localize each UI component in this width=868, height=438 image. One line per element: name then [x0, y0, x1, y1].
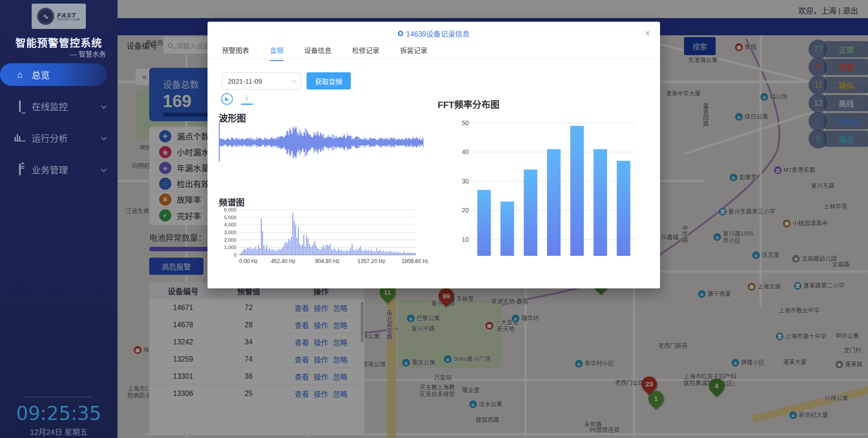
- sidebar-item-label: 业务管理: [32, 163, 68, 176]
- svg-text:1,000: 1,000: [224, 245, 236, 250]
- logo-waveform-icon: ∿: [37, 8, 54, 25]
- sidebar-item-analysis[interactable]: 运行分析: [0, 127, 118, 149]
- fetch-audio-button[interactable]: 获取音频: [307, 72, 351, 89]
- play-icon[interactable]: ▶: [221, 93, 233, 105]
- svg-text:5,000: 5,000: [224, 215, 236, 220]
- svg-text:20: 20: [462, 207, 469, 214]
- sidebar-item-overview[interactable]: ⌂ 总览: [0, 63, 107, 86]
- logo-sub-text: GROUPE CLAIRE: [57, 19, 80, 21]
- date-select[interactable]: 2021-11-09: [222, 72, 301, 89]
- bar-chart-icon: [14, 134, 25, 141]
- svg-text:0.00 Hz: 0.00 Hz: [239, 258, 258, 264]
- svg-text:30: 30: [462, 178, 469, 185]
- divider: [25, 397, 93, 397]
- company-logo: ∿ FAST GROUPE CLAIRE: [32, 4, 86, 29]
- chevron-down-icon: [101, 166, 107, 172]
- svg-text:0: 0: [234, 252, 236, 258]
- app-subtitle: — 智慧水务: [70, 49, 106, 58]
- svg-text:3,000: 3,000: [224, 230, 236, 235]
- svg-text:4,000: 4,000: [224, 222, 236, 227]
- download-icon[interactable]: ↓: [241, 92, 253, 105]
- svg-text:2,000: 2,000: [224, 237, 236, 243]
- home-icon: ⌂: [14, 70, 25, 80]
- sidebar-item-label: 总览: [32, 68, 50, 81]
- sidebar-item-label: 运行分析: [32, 132, 68, 145]
- fft-bar-chart: 01020304050336613226451210242048: [452, 98, 642, 256]
- clipboard-icon: [14, 165, 25, 175]
- svg-text:1809.60 Hz: 1809.60 Hz: [401, 258, 428, 264]
- record-circle-icon: [398, 31, 403, 36]
- sidebar-item-business[interactable]: 业务管理: [0, 158, 118, 181]
- svg-text:50: 50: [462, 119, 469, 127]
- monitor-icon: [14, 101, 25, 112]
- svg-text:40: 40: [462, 148, 469, 155]
- clock-date: 12月24日 星期五: [0, 426, 118, 437]
- chevron-down-icon: [292, 78, 297, 83]
- sidebar-menu: ⌂ 总览 在线监控 运行分析 业务管理: [0, 63, 118, 190]
- chevron-down-icon: [101, 103, 107, 109]
- chevron-down-icon: [101, 135, 107, 141]
- svg-text:6,000: 6,000: [224, 207, 236, 212]
- clock-time: 09:25:35: [0, 402, 118, 424]
- close-icon[interactable]: ×: [645, 28, 650, 38]
- device-record-modal: 14639设备记录信息 × 预警图表音频设备信息检修记录拆装记录 2021-11…: [208, 22, 660, 288]
- spectrum-title: 频谱图: [219, 196, 245, 208]
- sidebar: ∿ FAST GROUPE CLAIRE 智能预警管控系统 — 智慧水务 ⌂ 总…: [0, 0, 118, 438]
- waveform-chart: [219, 122, 427, 163]
- logo-main-text: FAST: [57, 12, 80, 19]
- modal-title: 14639设备记录信息: [208, 28, 660, 39]
- sidebar-item-label: 在线监控: [32, 100, 68, 113]
- app-title: 智能预警管控系统: [0, 34, 118, 50]
- divider: [208, 58, 660, 59]
- svg-text:452.40 Hz: 452.40 Hz: [271, 258, 296, 264]
- sidebar-item-online-monitor[interactable]: 在线监控: [0, 95, 118, 118]
- svg-text:904.80 Hz: 904.80 Hz: [315, 258, 340, 264]
- date-select-value: 2021-11-09: [228, 77, 262, 85]
- svg-text:1357.20 Hz: 1357.20 Hz: [358, 258, 385, 264]
- svg-text:10: 10: [462, 236, 469, 243]
- spectrum-chart: 01,0002,0003,0004,0005,0006,0000.00 Hz45…: [216, 207, 428, 266]
